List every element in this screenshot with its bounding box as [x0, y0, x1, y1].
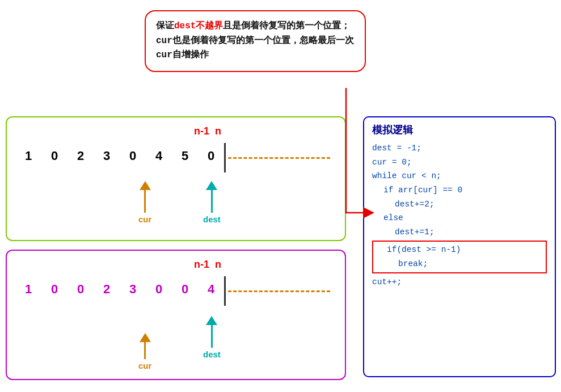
bottom-dest-arrow: dest [203, 316, 221, 359]
top-n-labels: n-1 n [194, 125, 221, 137]
top-array-numbers: 1 0 2 3 0 4 5 0 [15, 149, 224, 163]
code-box-title: 模拟逻辑 [372, 123, 547, 137]
top-array-box: n-1 n 1 0 2 3 0 4 5 0 cur dest [6, 116, 346, 241]
bottom-n: n [215, 259, 221, 271]
tooltip-line3: cur自增操作 [156, 50, 209, 60]
top-n-minus-1: n-1 [194, 125, 209, 137]
bottom-dest-label: dest [203, 349, 221, 359]
bottom-dashed [228, 290, 330, 292]
top-dest-label: dest [203, 214, 221, 224]
bot-arr-1: 0 [41, 282, 68, 297]
top-arr-2: 2 [68, 149, 94, 163]
bottom-dest-shaft [211, 325, 213, 348]
bottom-array-numbers: 1 0 0 2 3 0 0 4 [15, 282, 224, 297]
bot-arr-3: 2 [94, 282, 120, 297]
top-cur-label: cur [138, 214, 151, 224]
code-highlight-box: if(dest >= n-1) break; [372, 241, 547, 273]
tooltip-line1: 保证dest不越界且是倒着待复写的第一个位置； [156, 21, 350, 31]
bot-arr-0: 1 [15, 282, 41, 297]
top-arr-0: 1 [15, 149, 41, 163]
code-line-2: cur = 0; [372, 155, 547, 170]
top-dest-arrow: dest [203, 181, 221, 224]
top-arr-1: 0 [41, 149, 68, 163]
top-n: n [215, 125, 221, 137]
top-arr-4: 0 [120, 149, 146, 163]
bottom-dest-arrowhead [206, 316, 217, 325]
bot-arr-4: 3 [120, 282, 146, 297]
top-vert-bar [224, 143, 226, 172]
bot-arr-7: 4 [198, 282, 224, 297]
top-cur-arrow: cur [138, 181, 151, 224]
bottom-cur-arrow: cur [138, 333, 151, 370]
code-line-3: while cur < n; [372, 169, 547, 183]
top-cur-arrowhead [140, 181, 151, 190]
code-line-8: if(dest >= n-1) [376, 243, 543, 257]
code-line-9: break; [376, 257, 543, 271]
bottom-cur-arrowhead [140, 333, 151, 342]
code-line-5: dest+=2; [372, 197, 547, 212]
top-arr-5: 4 [146, 149, 172, 163]
top-dashed [228, 157, 330, 159]
bottom-n-minus-1: n-1 [194, 259, 209, 271]
code-line-7: dest+=1; [372, 225, 547, 239]
bottom-n-labels: n-1 n [194, 259, 221, 271]
bottom-vert-bar [224, 276, 226, 306]
bot-arr-5: 0 [146, 282, 172, 297]
bot-arr-2: 0 [68, 282, 94, 297]
code-box: 模拟逻辑 dest = -1; cur = 0; while cur < n; … [363, 116, 556, 377]
tooltip-bubble: 保证dest不越界且是倒着待复写的第一个位置； cur也是倒着待复写的第一个位置… [145, 10, 366, 72]
top-arr-7: 0 [198, 149, 224, 163]
code-line-6: else [372, 211, 547, 225]
top-dest-shaft [211, 190, 213, 213]
code-line-1: dest = -1; [372, 141, 547, 155]
bottom-cur-label: cur [138, 361, 151, 370]
top-arr-3: 3 [94, 149, 120, 163]
tooltip-line2: cur也是倒着待复写的第一个位置，忽略最后一次 [156, 36, 354, 46]
top-cur-shaft [144, 190, 146, 213]
code-line-4: if arr[cur] == 0 [372, 183, 547, 197]
bottom-array-box: n-1 n 1 0 0 2 3 0 0 4 dest cur [6, 250, 346, 380]
code-line-10: cut++; [372, 275, 547, 289]
top-dest-arrowhead [206, 181, 217, 190]
top-arr-6: 5 [172, 149, 198, 163]
bot-arr-6: 0 [172, 282, 198, 297]
bottom-cur-shaft [144, 342, 146, 359]
